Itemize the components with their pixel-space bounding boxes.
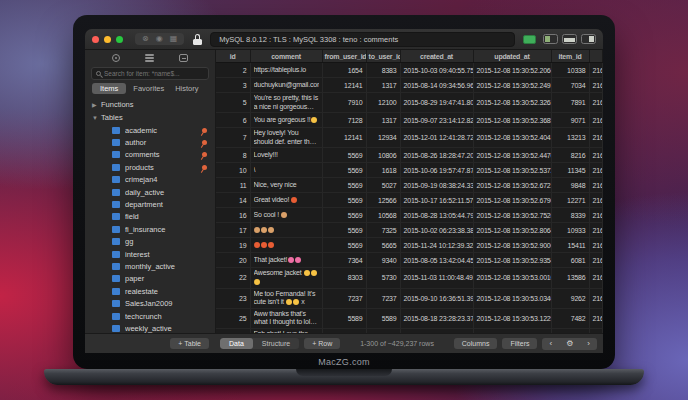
column-header-to_user_id[interactable]: to_user_id <box>366 50 400 63</box>
console-icon[interactable] <box>179 54 188 62</box>
toggle-right-panel-icon[interactable] <box>581 34 596 44</box>
cell-updated_at[interactable]: 2015-12-08 15:30:53.001019 <box>473 268 551 288</box>
tab-data[interactable]: Data <box>220 338 253 349</box>
cell-to_user_id[interactable]: 12566 <box>366 193 400 208</box>
cell-updated_at[interactable]: 2015-12-08 15:30:52.672182 <box>473 178 551 193</box>
sidebar-section-functions[interactable]: ▶ Functions <box>85 98 215 111</box>
sidebar-item-gg[interactable]: gg <box>85 236 215 248</box>
sidebar-item-daily_active[interactable]: daily_active <box>85 186 215 198</box>
table-row[interactable]: 11Nice, very nice556950272015-09-19 08:3… <box>216 178 603 193</box>
cell-id[interactable]: 11 <box>216 178 250 193</box>
cell-id[interactable]: 14 <box>216 193 250 208</box>
cell-comment[interactable]: So cool ! <box>250 208 322 223</box>
cell-cutoff[interactable]: 216 <box>589 178 603 193</box>
cell-cutoff[interactable]: 216 <box>589 63 603 78</box>
column-header-updated_at[interactable]: updated_at <box>473 50 551 63</box>
cell-item_id[interactable]: 8339 <box>551 208 589 223</box>
cell-updated_at[interactable]: 2015-12-08 15:30:52.4470... <box>473 148 551 163</box>
cell-from_user_id[interactable]: 5569 <box>322 208 366 223</box>
cell-from_user_id[interactable]: 5569 <box>322 148 366 163</box>
sidebar-item-department[interactable]: department <box>85 198 215 210</box>
cell-from_user_id[interactable]: 1654 <box>322 63 366 78</box>
cell-created_at[interactable]: 2015-11-03 11:00:48.493 <box>400 268 473 288</box>
add-table-button[interactable]: + Table <box>170 338 209 349</box>
cell-comment[interactable]: That jacket! <box>250 253 322 268</box>
cell-item_id[interactable]: 9848 <box>551 178 589 193</box>
cell-to_user_id[interactable]: 5730 <box>366 268 400 288</box>
cell-to_user_id[interactable]: 10568 <box>366 208 400 223</box>
cell-id[interactable]: 8 <box>216 148 250 163</box>
sidebar-search-input[interactable]: Search for item: *name$... <box>91 67 209 80</box>
close-window-button[interactable] <box>92 36 99 43</box>
minimize-window-button[interactable] <box>104 36 111 43</box>
cell-from_user_id[interactable]: 7910 <box>322 93 366 113</box>
cell-item_id[interactable]: 8216 <box>551 148 589 163</box>
cell-updated_at[interactable]: 2015-12-08 15:30:53.0340... <box>473 288 551 308</box>
cell-to_user_id[interactable]: 7237 <box>366 288 400 308</box>
cell-cutoff[interactable]: 216 <box>589 128 603 148</box>
cell-item_id[interactable]: 13586 <box>551 268 589 288</box>
cell-from_user_id[interactable]: 5569 <box>322 163 366 178</box>
cell-from_user_id[interactable]: 5569 <box>322 223 366 238</box>
export-grid-icon[interactable]: ▦ <box>170 34 178 44</box>
lock-icon[interactable] <box>193 34 202 45</box>
cell-comment[interactable]: You're so pretty, this is a nice ni gorg… <box>250 93 322 113</box>
cell-created_at[interactable]: 2015-09-19 08:38:24.337 <box>400 178 473 193</box>
column-header-created_at[interactable]: created_at <box>400 50 473 63</box>
cell-updated_at[interactable]: 2015-12-08 15:30:52.2066... <box>473 63 551 78</box>
cell-updated_at[interactable]: 2015-12-08 15:30:52.249174 <box>473 78 551 93</box>
tab-history[interactable]: History <box>171 83 202 94</box>
table-row[interactable]: 10\556916182015-10-06 19:57:47.8722015-1… <box>216 163 603 178</box>
cell-from_user_id[interactable]: 12141 <box>322 128 366 148</box>
cell-id[interactable]: 5 <box>216 93 250 113</box>
sidebar-item-SalesJan2009[interactable]: SalesJan2009 <box>85 297 215 309</box>
cell-id[interactable]: 23 <box>216 288 250 308</box>
sidebar-item-paper[interactable]: paper <box>85 273 215 285</box>
sidebar-item-products[interactable]: products <box>85 161 215 173</box>
cell-to_user_id[interactable]: 1618 <box>366 163 400 178</box>
filters-button[interactable]: Filters <box>502 338 537 349</box>
cell-created_at[interactable]: 2015-09-10 16:36:51.392 <box>400 288 473 308</box>
tab-structure[interactable]: Structure <box>253 338 299 349</box>
cell-from_user_id[interactable]: 5569 <box>322 178 366 193</box>
sidebar-item-crimejan4[interactable]: crimejan4 <box>85 174 215 186</box>
cell-from_user_id[interactable]: 8303 <box>322 268 366 288</box>
cell-from_user_id[interactable]: 12141 <box>322 78 366 93</box>
column-header-comment[interactable]: comment <box>250 50 322 63</box>
cell-comment[interactable]: \ <box>250 163 322 178</box>
table-row[interactable]: 16So cool ! 5569105682015-08-28 13:05:44… <box>216 208 603 223</box>
cell-id[interactable]: 10 <box>216 163 250 178</box>
table-row[interactable]: 22Awesome jacket 830357302015-11-03 11:0… <box>216 268 603 288</box>
cell-from_user_id[interactable]: 5569 <box>322 193 366 208</box>
table-row[interactable]: 6You are gorgeous !!712813172015-09-07 2… <box>216 113 603 128</box>
cell-updated_at[interactable]: 2015-12-08 15:30:52.90068 <box>473 238 551 253</box>
cell-to_user_id[interactable]: 5027 <box>366 178 400 193</box>
cell-comment[interactable]: Hey lovely! You should def. enter the Ch… <box>250 128 322 148</box>
settings-gear-icon[interactable]: ⚙ <box>559 338 580 350</box>
cell-created_at[interactable]: 2015-08-28 13:05:44.793 <box>400 208 473 223</box>
tab-items[interactable]: Items <box>92 83 126 94</box>
sidebar-item-realestate[interactable]: realestate <box>85 285 215 297</box>
sidebar-item-comments[interactable]: comments <box>85 149 215 161</box>
prev-page-icon[interactable]: ‹ <box>542 338 559 350</box>
cell-item_id[interactable]: 7482 <box>551 308 589 328</box>
cell-comment[interactable]: Great video! <box>250 193 322 208</box>
cell-to_user_id[interactable]: 9340 <box>366 253 400 268</box>
cell-from_user_id[interactable]: 7237 <box>322 288 366 308</box>
zoom-window-button[interactable] <box>116 36 123 43</box>
cell-updated_at[interactable]: 2015-12-08 15:30:52.7526... <box>473 208 551 223</box>
cell-created_at[interactable]: 2015-08-18 23:28:23.379 <box>400 308 473 328</box>
toggle-sidebar-icon[interactable] <box>543 34 558 44</box>
cell-created_at[interactable]: 2015-10-17 16:52:11.573 <box>400 193 473 208</box>
cell-to_user_id[interactable]: 8383 <box>366 63 400 78</box>
sidebar-item-monthly_active[interactable]: monthly_active <box>85 260 215 272</box>
cell-created_at[interactable]: 2015-08-05 13:42:04.459 <box>400 253 473 268</box>
sidebar-item-weekly_active[interactable]: weekly_active <box>85 322 215 333</box>
cell-created_at[interactable]: 2015-08-26 18:28:47.204 <box>400 148 473 163</box>
cell-comment[interactable]: Awesome jacket <box>250 268 322 288</box>
cell-item_id[interactable]: 11345 <box>551 163 589 178</box>
cell-comment[interactable] <box>250 238 322 253</box>
cell-cutoff[interactable]: 216 <box>589 148 603 163</box>
cell-to_user_id[interactable]: 1317 <box>366 78 400 93</box>
cell-to_user_id[interactable]: 10806 <box>366 148 400 163</box>
